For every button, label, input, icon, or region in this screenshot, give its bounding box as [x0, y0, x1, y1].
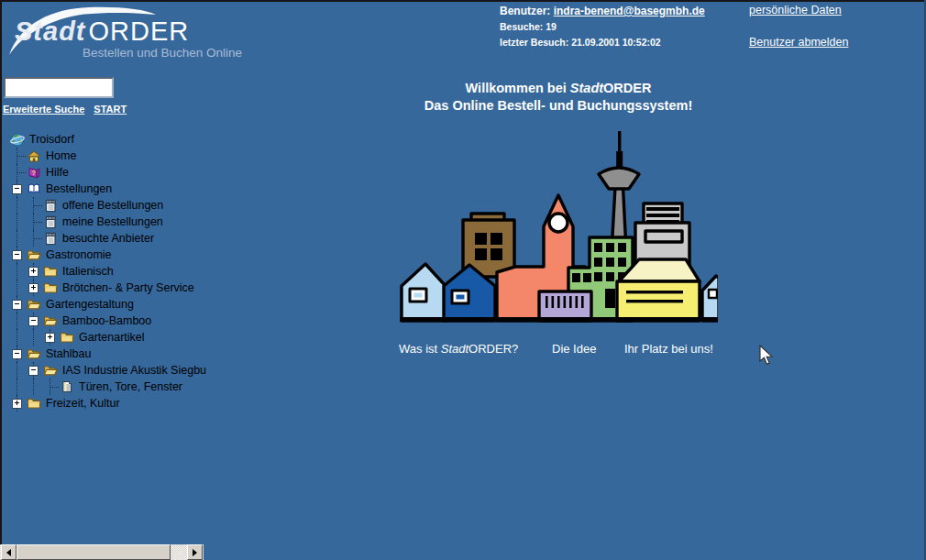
document-icon [59, 379, 75, 394]
what-is-stadtorder-link[interactable]: Was ist StadtORDER? [399, 342, 518, 356]
expand-box-icon[interactable] [45, 333, 55, 343]
tree-item-label[interactable]: Türen, Tore, Fenster [79, 380, 182, 393]
tree-item-label[interactable]: Italienisch [62, 265, 114, 278]
tree-connector [9, 346, 26, 362]
tree-connector [26, 362, 42, 379]
welcome-line1: Willkommen bei StadtORDER [392, 80, 724, 97]
folder-open-icon [42, 313, 59, 328]
help-book-icon: ? [26, 165, 42, 180]
right-partial-house [702, 276, 718, 321]
tree-item[interactable]: Türen, Tore, Fenster [9, 379, 284, 395]
user-email-link[interactable]: indra-benend@basegmbh.de [554, 5, 705, 17]
tree-item[interactable]: Gartengestaltung [9, 296, 284, 313]
brand-title: StadtORDER [15, 16, 189, 47]
tree-item-label[interactable]: Hilfe [46, 166, 69, 179]
expand-box-icon[interactable] [28, 283, 39, 293]
tree-guide-line [26, 329, 42, 346]
logout-link[interactable]: Benutzer abmelden [749, 36, 848, 49]
tree-item[interactable]: Gastronomie [9, 247, 284, 263]
last-visit-line: letzter Besuch: 21.09.2001 10:52:02 [500, 37, 661, 48]
tree-item[interactable]: Troisdorf [9, 131, 284, 148]
tree-connector [26, 230, 42, 247]
tree-item[interactable]: ?Hilfe [9, 164, 284, 181]
tree-item-label[interactable]: Gartengestaltung [46, 298, 134, 311]
tree-item[interactable]: Bamboo-Bamboo [9, 313, 284, 329]
user-label: Benutzer: [500, 5, 550, 17]
tree-connector [9, 296, 26, 313]
collapse-box-icon[interactable] [12, 184, 22, 194]
tree-item-label[interactable]: Troisdorf [29, 133, 74, 146]
tree-item-label[interactable]: Freizeit, Kultur [46, 397, 120, 410]
tree-item[interactable]: Italienisch [9, 263, 284, 280]
search-start-link[interactable]: START [94, 104, 127, 115]
tree-item-label[interactable]: Stahlbau [46, 347, 91, 360]
tree-guide-line [26, 379, 42, 395]
tree-item[interactable]: meine Bestellungen [9, 214, 284, 230]
tree-connector [26, 263, 42, 280]
tree-item[interactable]: Freizeit, Kultur [9, 395, 284, 412]
tree-item[interactable]: Brötchen- & Party Service [9, 280, 284, 296]
user-line: Benutzer: indra-benend@basegmbh.de [500, 5, 705, 17]
tree-item[interactable]: Bestellungen [9, 181, 284, 197]
scrollbar-thumb[interactable] [17, 544, 171, 560]
tree-guide-line [9, 379, 26, 395]
tree-guide-line [9, 263, 26, 280]
brand-tagline: Bestellen und Buchen Online [83, 46, 242, 60]
collapse-box-icon[interactable] [28, 316, 39, 326]
svg-text:?: ? [31, 170, 35, 176]
tree-item-label[interactable]: Brötchen- & Party Service [62, 281, 194, 294]
scroll-right-button[interactable] [187, 544, 203, 560]
collapse-box-icon[interactable] [12, 349, 22, 359]
personal-data-link[interactable]: persönliche Daten [749, 4, 842, 16]
ground-line [400, 317, 718, 322]
folder-closed-icon [42, 264, 59, 279]
tree-connector [9, 164, 26, 181]
tree-item[interactable]: Stahlbau [9, 346, 284, 362]
folder-closed-icon [26, 396, 42, 411]
tree-connector [26, 214, 42, 230]
collapse-box-icon[interactable] [12, 250, 22, 260]
folder-closed-icon [59, 330, 75, 345]
tree-connector [9, 247, 26, 263]
folder-open-icon [26, 247, 42, 262]
tree-item[interactable]: IAS Industrie Akustik Siegbu [9, 362, 284, 379]
tree-connector [9, 395, 26, 412]
open-book-icon [26, 181, 42, 196]
home-icon [26, 148, 42, 163]
visits-line: Besuche: 19 [500, 21, 557, 32]
tree-item-label[interactable]: IAS Industrie Akustik Siegbu [62, 364, 206, 377]
yellow-building [617, 259, 700, 321]
tree-connector [9, 181, 26, 197]
tree-item-label[interactable]: offene Bestellungen [62, 199, 163, 212]
tree-item-label[interactable]: Gastronomie [46, 248, 112, 261]
notepad-icon [42, 231, 59, 246]
tree-item-label[interactable]: Gartenartikel [79, 331, 145, 344]
tree-item[interactable]: Gartenartikel [9, 329, 284, 346]
purple-building [539, 291, 591, 321]
advanced-search-link[interactable]: Erweiterte Suche [3, 104, 84, 115]
expand-box-icon[interactable] [12, 399, 22, 409]
scroll-right-arrow-icon [193, 549, 201, 556]
tree-item[interactable]: besuchte Anbieter [9, 230, 284, 247]
last-visit-value: 21.09.2001 10:52:02 [571, 37, 661, 48]
horizontal-scrollbar[interactable] [0, 544, 204, 560]
visits-label: Besuche: [500, 21, 543, 32]
tree-connector [9, 148, 26, 164]
search-input[interactable] [4, 77, 114, 98]
tree-item[interactable]: Home [9, 148, 284, 164]
ihr-platz-link[interactable]: Ihr Platz bei uns! [624, 342, 713, 356]
tree-item[interactable]: offene Bestellungen [9, 197, 284, 214]
search-links: Erweiterte Suche START [3, 104, 133, 115]
mouse-cursor-icon [758, 345, 775, 367]
expand-box-icon[interactable] [28, 267, 39, 277]
tree-guide-line [9, 362, 26, 379]
collapse-box-icon[interactable] [12, 300, 22, 310]
tree-item-label[interactable]: Bamboo-Bamboo [62, 314, 151, 327]
tree-item-label[interactable]: Home [46, 149, 76, 162]
scroll-left-button[interactable] [1, 544, 17, 560]
tree-item-label[interactable]: besuchte Anbieter [62, 232, 154, 245]
collapse-box-icon[interactable] [28, 366, 39, 376]
tree-item-label[interactable]: Bestellungen [46, 182, 112, 195]
die-idee-link[interactable]: Die Idee [552, 342, 596, 356]
tree-item-label[interactable]: meine Bestellungen [62, 215, 163, 228]
